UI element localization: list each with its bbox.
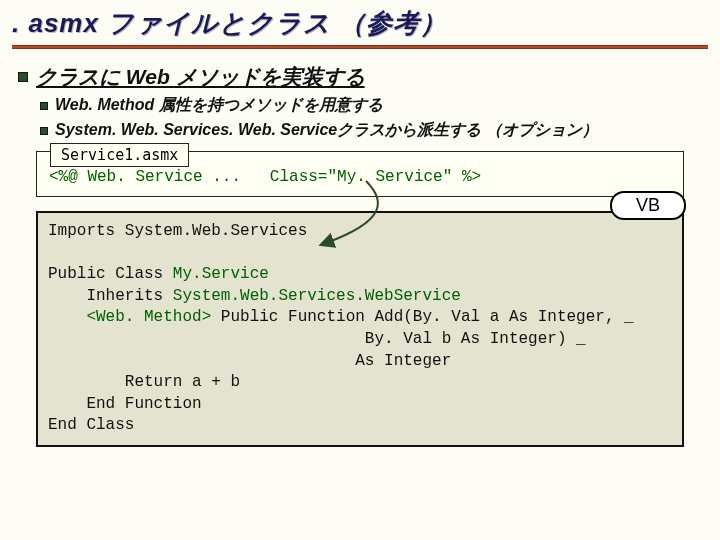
- title-rule-wrap: [0, 45, 720, 59]
- bullet-row: System. Web. Services. Web. Serviceクラスから…: [0, 120, 720, 141]
- square-icon: [40, 102, 48, 110]
- code-ident: System.Web.Services.WebService: [173, 287, 461, 305]
- section-heading: クラスに Web メソッドを実装する: [36, 63, 365, 91]
- code-line: [48, 308, 86, 326]
- code-ident: My.Service: [173, 265, 269, 283]
- language-badge: VB: [610, 191, 686, 220]
- directive-prefix: <%@ Web. Service ...: [49, 168, 270, 186]
- square-icon: [40, 127, 48, 135]
- asmx-file-block: Service1.asmx <%@ Web. Service ... Class…: [36, 151, 684, 197]
- directive-suffix: %>: [452, 168, 481, 186]
- vb-code-block: Imports System.Web.Services Public Class…: [36, 211, 684, 447]
- square-icon: [18, 72, 28, 82]
- bullet-text: System. Web. Services. Web. Serviceクラスから…: [55, 120, 598, 141]
- bullet-text: Web. Method 属性を持つメソッドを用意する: [55, 95, 383, 116]
- code-attr: <Web. Method>: [86, 308, 211, 326]
- code-line: Return a + b: [48, 373, 240, 391]
- section-row: クラスに Web メソッドを実装する: [0, 63, 720, 91]
- page-title: . asmx ファイルとクラス （参考）: [0, 0, 720, 45]
- code-line: End Function: [48, 395, 202, 413]
- code-line: Public Function Add(By. Val a As Integer…: [211, 308, 633, 326]
- code-line: Imports System.Web.Services: [48, 222, 307, 240]
- code-line: Inherits: [48, 287, 173, 305]
- code-line: Public Class: [48, 265, 173, 283]
- code-line: End Class: [48, 416, 134, 434]
- directive-class-kw: Class: [270, 168, 318, 186]
- code-line: By. Val b As Integer) _: [48, 330, 586, 348]
- title-rule: [12, 45, 708, 49]
- file-tab-label: Service1.asmx: [50, 143, 189, 167]
- bullet-row: Web. Method 属性を持つメソッドを用意する: [0, 95, 720, 116]
- directive-class-val: ="My. Service": [318, 168, 452, 186]
- code-line: As Integer: [48, 352, 451, 370]
